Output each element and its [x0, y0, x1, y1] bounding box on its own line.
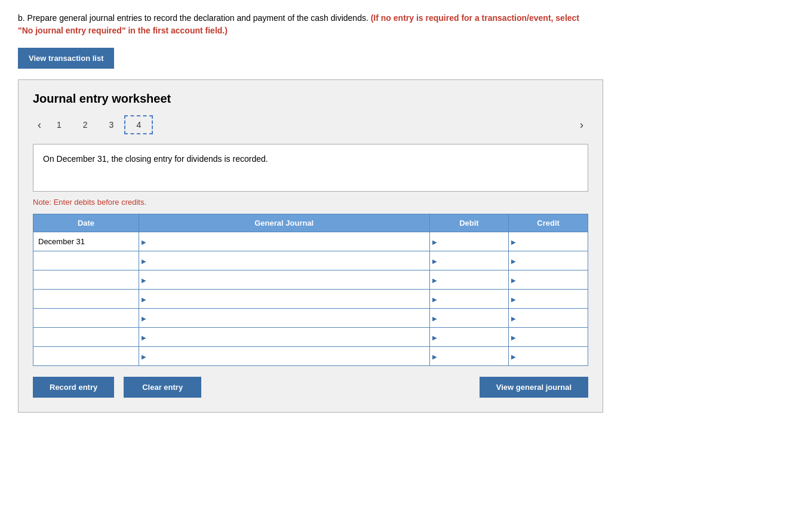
credit-input-2[interactable]	[509, 251, 588, 270]
debit-input-4[interactable]	[430, 290, 509, 308]
credit-cell-6[interactable]	[509, 328, 588, 347]
date-cell-2	[33, 251, 139, 270]
debit-input-7[interactable]	[430, 347, 509, 365]
gj-input-5[interactable]	[139, 309, 429, 327]
tab-3[interactable]: 3	[99, 116, 125, 133]
col-header-debit: Debit	[429, 214, 509, 232]
tab-2[interactable]: 2	[72, 116, 99, 133]
journal-table: Date General Journal Debit Credit Decemb…	[33, 214, 588, 366]
gj-cell-7[interactable]	[139, 347, 429, 366]
gj-input-1[interactable]	[139, 232, 429, 251]
date-cell-3	[33, 270, 139, 290]
gj-cell-2[interactable]	[139, 251, 429, 270]
table-row	[33, 309, 588, 328]
debit-cell-2[interactable]	[429, 251, 509, 270]
debit-cell-4[interactable]	[429, 290, 509, 309]
credit-input-5[interactable]	[509, 309, 588, 327]
instructions-text: b. Prepare general journal entries to re…	[18, 12, 585, 37]
gj-cell-4[interactable]	[139, 290, 429, 309]
gj-input-7[interactable]	[139, 347, 429, 365]
col-header-date: Date	[33, 214, 139, 232]
debit-input-6[interactable]	[430, 328, 509, 346]
col-header-general-journal: General Journal	[139, 214, 429, 232]
table-row: December 31	[33, 232, 588, 251]
credit-input-7[interactable]	[509, 347, 588, 365]
view-transaction-button[interactable]: View transaction list	[18, 48, 114, 69]
table-row	[33, 270, 588, 290]
date-cell-4	[33, 290, 139, 309]
col-header-credit: Credit	[509, 214, 588, 232]
gj-input-4[interactable]	[139, 290, 429, 308]
debit-credit-note: Note: Enter debits before credits.	[33, 198, 588, 207]
table-row	[33, 328, 588, 347]
chevron-right-icon[interactable]: ›	[575, 116, 588, 134]
gj-cell-5[interactable]	[139, 309, 429, 328]
gj-input-6[interactable]	[139, 328, 429, 346]
date-cell-7	[33, 347, 139, 366]
debit-cell-3[interactable]	[429, 270, 509, 290]
date-cell-6	[33, 328, 139, 347]
clear-entry-button[interactable]: Clear entry	[124, 377, 201, 398]
date-cell-1: December 31	[33, 232, 139, 251]
credit-input-3[interactable]	[509, 270, 588, 289]
instructions-normal: b. Prepare general journal entries to re…	[18, 13, 368, 23]
credit-cell-4[interactable]	[509, 290, 588, 309]
credit-input-1[interactable]	[509, 232, 588, 251]
debit-input-2[interactable]	[430, 251, 509, 270]
debit-cell-1[interactable]	[429, 232, 509, 251]
credit-cell-1[interactable]	[509, 232, 588, 251]
debit-cell-7[interactable]	[429, 347, 509, 366]
credit-cell-2[interactable]	[509, 251, 588, 270]
table-row	[33, 251, 588, 270]
worksheet-container: Journal entry worksheet ‹ 1 2 3 4 › On D…	[18, 79, 603, 413]
action-buttons: Record entry Clear entry View general jo…	[33, 377, 588, 398]
chevron-left-icon[interactable]: ‹	[33, 116, 46, 134]
credit-cell-5[interactable]	[509, 309, 588, 328]
tab-1[interactable]: 1	[46, 116, 72, 133]
gj-input-2[interactable]	[139, 251, 429, 270]
worksheet-title: Journal entry worksheet	[33, 92, 588, 106]
credit-cell-7[interactable]	[509, 347, 588, 366]
gj-cell-6[interactable]	[139, 328, 429, 347]
table-row	[33, 347, 588, 366]
date-cell-5	[33, 309, 139, 328]
tab-4[interactable]: 4	[124, 115, 153, 134]
credit-input-6[interactable]	[509, 328, 588, 346]
gj-cell-1[interactable]	[139, 232, 429, 251]
debit-input-5[interactable]	[430, 309, 509, 327]
table-row	[33, 290, 588, 309]
gj-cell-3[interactable]	[139, 270, 429, 290]
debit-input-3[interactable]	[430, 270, 509, 289]
gj-input-3[interactable]	[139, 270, 429, 289]
debit-input-1[interactable]	[430, 232, 509, 251]
record-entry-button[interactable]: Record entry	[33, 377, 114, 398]
debit-cell-5[interactable]	[429, 309, 509, 328]
debit-cell-6[interactable]	[429, 328, 509, 347]
view-general-journal-button[interactable]: View general journal	[480, 377, 588, 398]
tab-navigation: ‹ 1 2 3 4 ›	[33, 115, 588, 134]
transaction-description: On December 31, the closing entry for di…	[33, 144, 588, 192]
credit-input-4[interactable]	[509, 290, 588, 308]
credit-cell-3[interactable]	[509, 270, 588, 290]
